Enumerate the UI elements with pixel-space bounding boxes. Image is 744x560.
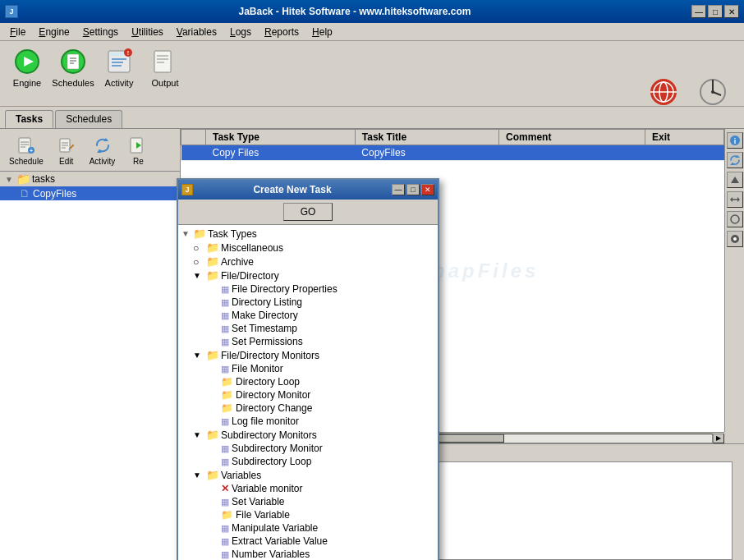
modal-tree-item-task-types[interactable]: ▼ 📁 Task Types xyxy=(180,227,436,241)
tree-tasks-root[interactable]: ▼ 📁 tasks xyxy=(0,172,180,186)
modal-tree-item-dir-loop[interactable]: 📁 Directory Loop xyxy=(180,375,436,388)
modal-tree-item-file-dir[interactable]: ▼ 📁 File/Directory xyxy=(180,269,436,282)
title-bar: J JaBack - Hitek Software - www.hiteksof… xyxy=(0,0,744,23)
toolbar-activity[interactable]: ! Activity xyxy=(97,44,141,90)
table-row[interactable]: Copy Files CopyFiles xyxy=(181,145,724,161)
tab-tasks[interactable]: Tasks xyxy=(5,110,53,128)
menu-engine[interactable]: Engine xyxy=(32,25,76,39)
minimize-button[interactable]: — xyxy=(691,5,706,18)
svg-text:J: J xyxy=(9,7,13,16)
toolbar-output[interactable]: Output xyxy=(143,44,187,90)
svg-rect-5 xyxy=(67,54,79,69)
up-button[interactable] xyxy=(727,172,743,188)
dir-loop-label: Directory Loop xyxy=(236,376,300,388)
toolbar-engine[interactable]: Engine xyxy=(5,44,49,90)
modal-tree-item-log-file-monitor[interactable]: ▦ Log file monitor xyxy=(180,415,436,428)
modal-tree-item-number-variables[interactable]: ▦ Number Variables xyxy=(180,548,436,560)
modal-tree-item-set-permissions[interactable]: ▦ Set Permissions xyxy=(180,335,436,348)
menu-variables[interactable]: Variables xyxy=(170,25,223,39)
svg-text:i: i xyxy=(733,137,736,145)
svg-point-54 xyxy=(733,237,737,241)
subdir-monitors-label: Subdirectory Monitors xyxy=(221,429,317,441)
modal-tree-item-archive[interactable]: ○ 📁 Archive xyxy=(180,255,436,269)
maximize-button[interactable]: □ xyxy=(708,5,723,18)
menu-logs[interactable]: Logs xyxy=(223,25,258,39)
refresh-button[interactable]: Activity xyxy=(85,131,120,168)
modal-tree-item-dir-change[interactable]: 📁 Directory Change xyxy=(180,402,436,415)
modal-tree-item-dir-monitor[interactable]: 📁 Directory Monitor xyxy=(180,388,436,402)
menu-reports[interactable]: Reports xyxy=(258,25,305,39)
modal-tree-item-subdir-monitors[interactable]: ▼ 📁 Subdirectory Monitors xyxy=(180,428,436,442)
dot-button[interactable] xyxy=(727,231,743,247)
main-area: + Schedule xyxy=(0,128,744,560)
tab-bar: Tasks Schedules xyxy=(0,107,744,128)
modal-tree-item-manipulate-variable[interactable]: ▦ Manipulate Variable xyxy=(180,521,436,535)
menu-bar: File Engine Settings Utilities Variables… xyxy=(0,23,744,41)
swap-button[interactable] xyxy=(727,191,743,208)
modal-tree-item-file-monitor[interactable]: ▦ File Monitor xyxy=(180,362,436,375)
subdir-loop-icon: ▦ xyxy=(221,457,229,467)
modal-tree-item-set-timestamp[interactable]: ▦ Set Timestamp xyxy=(180,322,436,335)
website-icon xyxy=(645,74,682,110)
go-button[interactable]: GO xyxy=(283,203,333,221)
title-bar-left: J xyxy=(5,5,18,18)
modal-controls: — □ ✕ xyxy=(392,184,434,195)
col-task-title: Task Title xyxy=(355,130,498,145)
close-button[interactable]: ✕ xyxy=(724,5,739,18)
engine-icon xyxy=(12,47,42,76)
toolbar-schedules[interactable]: Schedules xyxy=(51,44,95,90)
svg-rect-16 xyxy=(154,51,171,72)
refresh-label: Activity xyxy=(90,157,116,166)
modal-tree-item-subdir-monitor[interactable]: ▦ Subdirectory Monitor xyxy=(180,442,436,455)
modal-tree-item-make-dir[interactable]: ▦ Make Directory xyxy=(180,309,436,322)
modal-tree-item-variables[interactable]: ▼ 📁 Variables xyxy=(180,468,436,482)
cell-exit xyxy=(645,145,724,161)
modal-title-bar[interactable]: J Create New Task — □ ✕ xyxy=(178,180,438,200)
main-toolbar: Engine Schedules ! Activi xyxy=(0,41,744,107)
number-variables-label: Number Variables xyxy=(232,549,310,560)
modal-tree-item-subdir-loop[interactable]: ▦ Subdirectory Loop xyxy=(180,455,436,468)
run-button[interactable]: Re xyxy=(122,131,154,168)
schedule-button[interactable]: + Schedule xyxy=(5,131,48,168)
modal-close-button[interactable]: ✕ xyxy=(421,184,434,195)
subdir-monitor-icon: ▦ xyxy=(221,443,229,454)
modal-tree-item-misc[interactable]: ○ 📁 Miscellaneous xyxy=(180,241,436,255)
menu-help[interactable]: Help xyxy=(305,25,339,39)
modal-tree-item-set-variable[interactable]: ▦ Set Variable xyxy=(180,495,436,508)
cell-task-title: CopyFiles xyxy=(355,145,498,161)
menu-utilities[interactable]: Utilities xyxy=(125,25,170,39)
modal-maximize-button[interactable]: □ xyxy=(406,184,420,195)
modal-tree-item-file-dir-monitors[interactable]: ▼ 📁 File/Directory Monitors xyxy=(180,348,436,362)
svg-marker-48 xyxy=(731,177,739,183)
cell-comment xyxy=(499,145,645,161)
file-dir-props-label: File Directory Properties xyxy=(232,283,338,295)
refresh-icon xyxy=(91,134,114,157)
archive-label: Archive xyxy=(221,256,254,268)
schedule-label: Schedule xyxy=(9,157,44,166)
modal-tree-item-dir-listing[interactable]: ▦ Directory Listing xyxy=(180,296,436,309)
modal-app-icon: J xyxy=(181,184,193,195)
output-icon xyxy=(150,47,180,76)
edit-icon xyxy=(55,134,78,157)
info-button[interactable]: i xyxy=(727,132,743,149)
edit-button[interactable]: Edit xyxy=(51,131,82,168)
tree-copyfiles[interactable]: 🗋 CopyFiles xyxy=(0,186,180,200)
app-title: JaBack - Hitek Software - www.hiteksoftw… xyxy=(18,6,691,17)
menu-settings[interactable]: Settings xyxy=(76,25,125,39)
modal-tree-item-file-variable[interactable]: 📁 File Variable xyxy=(180,508,436,521)
modal-tree-item-var-monitor[interactable]: ✕ Variable monitor xyxy=(180,482,436,495)
variables-folder-icon: 📁 xyxy=(206,469,219,481)
modal-tree-item-extract-variable[interactable]: ▦ Extract Variable Value xyxy=(180,535,436,548)
modal-tree-item-file-dir-props[interactable]: ▦ File Directory Properties xyxy=(180,282,436,296)
tab-schedules[interactable]: Schedules xyxy=(55,110,122,128)
refresh-action-button[interactable] xyxy=(727,152,743,168)
tree-tasks-label: tasks xyxy=(32,173,55,185)
menu-file[interactable]: File xyxy=(3,25,32,39)
cell-type xyxy=(181,145,206,161)
tasks-folder-icon: 📁 xyxy=(16,172,30,186)
set-permissions-label: Set Permissions xyxy=(232,336,303,347)
modal-minimize-button[interactable]: — xyxy=(392,184,405,195)
circle-button[interactable] xyxy=(727,211,743,227)
file-dir-folder-icon: 📁 xyxy=(206,269,219,282)
scroll-right-arrow[interactable]: ▶ xyxy=(713,434,724,443)
